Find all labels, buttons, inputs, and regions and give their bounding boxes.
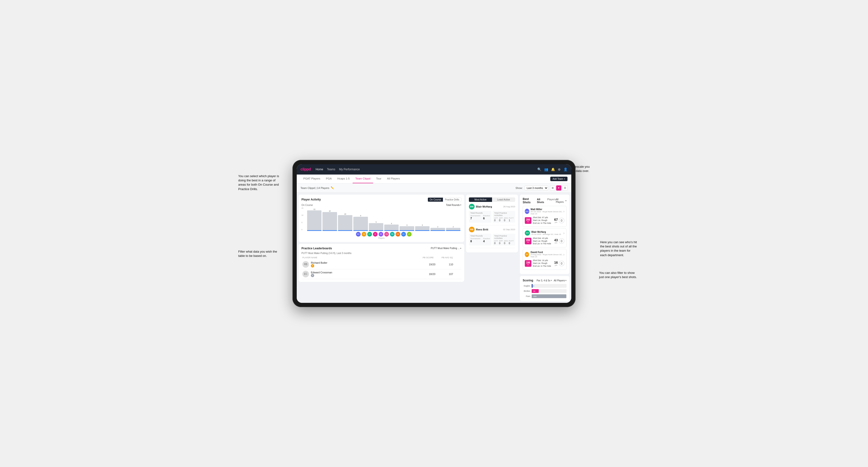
nav-link-home[interactable]: Home xyxy=(316,168,323,171)
annotation-player-filter: You can select which player isdoing the … xyxy=(238,174,279,191)
players-tab[interactable]: Players xyxy=(547,198,556,204)
annotation-best-shots: Here you can see who's hitthe best shots… xyxy=(600,240,637,257)
bar-group-1: 13 xyxy=(307,207,321,231)
user-avatar-icon[interactable]: 👤 xyxy=(563,167,567,171)
rounds-values-2: Tournament 8 Practice 4 xyxy=(470,238,490,243)
shot-metric-unit-2: yds xyxy=(555,242,557,244)
edit-team-icon[interactable]: ✏️ xyxy=(331,186,334,189)
add-team-button[interactable]: Add Team + xyxy=(550,177,567,181)
tab-team-clippd[interactable]: Team Clippd xyxy=(352,174,373,183)
practice-value-1: 6 xyxy=(483,217,490,220)
shot-metrics-3: 16 yds 0 xyxy=(554,261,564,266)
grid-view-icon[interactable]: ⊞ xyxy=(550,185,555,191)
all-shots-tab[interactable]: All Shots xyxy=(537,198,545,204)
scoring-filter-pars[interactable]: Par 3, 4 & 5s ▾ xyxy=(536,279,552,282)
bell-icon[interactable]: 🔔 xyxy=(551,167,555,171)
tab-tour[interactable]: Tour xyxy=(373,174,384,183)
list-view-icon[interactable]: ☰ xyxy=(562,185,567,191)
heart-view-icon[interactable]: ♥ xyxy=(556,185,561,191)
chart-area: On Course Total Rounds ▾ 15 10 xyxy=(302,204,461,239)
nav-link-performance[interactable]: My Performance xyxy=(339,168,360,171)
shot-card-1[interactable]: MM Matt Miller 09 Jun 2023 · Royal North… xyxy=(523,206,566,227)
shot-card-3[interactable]: DF David Ford 24 Aug 2023 · Royal North … xyxy=(523,249,566,270)
all-players-label: All Players xyxy=(556,198,565,203)
most-active-tab[interactable]: Most Active xyxy=(469,197,492,202)
timescale-select[interactable]: Last 3 months Last month Last 6 months L… xyxy=(525,186,548,190)
lb-score-2: 18/20 xyxy=(423,273,441,276)
least-active-tab[interactable]: Least Active xyxy=(492,197,515,202)
all-players-filter[interactable]: All Players ▾ xyxy=(556,198,566,203)
player-avatar-6: OB xyxy=(384,232,389,237)
view-icons: ⊞ ♥ ☰ xyxy=(550,185,567,191)
nav-links: Home Teams My Performance xyxy=(316,168,533,171)
chart-dropdown[interactable]: Total Rounds ▾ xyxy=(446,204,461,206)
scoring-bar-track-eagles: 3 xyxy=(532,284,566,288)
plus-circle-icon[interactable]: ⊕ xyxy=(558,167,561,171)
shot-metric-unit-1: yds xyxy=(555,221,557,223)
shot-date-3: 24 Aug 2023 xyxy=(530,253,541,256)
lb-avatar-1: RB xyxy=(302,261,309,268)
lb-rank-badge-1: 1 xyxy=(311,264,314,268)
lb-table-header: PLAYER NAME PB SCORE PB AVG SQ xyxy=(302,256,461,259)
shot-date-1: 09 Jun 2023 xyxy=(531,211,541,213)
active-player-info-1: BM Blair McHarg xyxy=(469,204,492,210)
bar-value-3: 10 xyxy=(344,213,346,215)
scoring-filter-pars-label: Par 3, 4 & 5s xyxy=(536,279,550,282)
scoring-bar-track-birdies: 96 xyxy=(532,289,566,293)
practice-drills-toggle[interactable]: Practice Drills xyxy=(443,198,461,201)
shot-chevron-right-1[interactable]: › xyxy=(563,210,564,213)
tab-all-players[interactable]: All Players xyxy=(384,174,403,183)
practice-stat-1: Practice 6 xyxy=(483,215,490,220)
nav-link-teams[interactable]: Teams xyxy=(327,168,335,171)
scoring-filter-players[interactable]: All Players ▾ xyxy=(554,279,566,282)
shot-card-2[interactable]: BM Blair McHarg 23 Jul 2023 · Ashridge G… xyxy=(523,228,566,248)
lb-player-info-2: Edward Crossman 2 xyxy=(311,271,332,277)
tab-pga[interactable]: PGA xyxy=(323,174,335,183)
lb-player-1: RB Richard Butler 1 xyxy=(302,261,423,268)
shot-metrics-2: 43 yds 0 xyxy=(554,238,564,244)
bar-value-2: 12 xyxy=(329,210,331,212)
most-active-header: Most Active Least Active xyxy=(469,197,515,202)
shot-chevron-right-2[interactable]: › xyxy=(563,231,564,235)
scoring-filters: Par 3, 4 & 5s ▾ All Players ▾ xyxy=(536,279,566,282)
shot-player-detail-3: 24 Aug 2023 · Royal North Devon GC, Hole… xyxy=(530,253,563,258)
player-activity-card: Player Activity On Course Practice Drill… xyxy=(299,195,464,242)
shot-metric-dist-3: 16 yds xyxy=(554,261,558,266)
lb-row-1[interactable]: RB Richard Butler 1 19/20 110 xyxy=(302,260,461,269)
users-icon[interactable]: 👥 xyxy=(544,167,548,171)
shot-details-2: 200 SG Shot Dist: 43 ydsStart Lie: Rough… xyxy=(525,237,564,246)
bar-8 xyxy=(415,226,430,231)
practice-label-2: Practice xyxy=(483,238,490,240)
team-title-text: Team Clippd | 14 Players xyxy=(301,187,329,189)
shot-metric-dist-1: 67 yds xyxy=(554,218,558,223)
bar-highlight-10 xyxy=(446,230,460,231)
team-show-area: Show: Last 3 months Last month Last 6 mo… xyxy=(516,185,567,191)
app-stat-1: APP 0 xyxy=(499,217,503,222)
stat-label-activities-1: Total Practice Activities xyxy=(494,212,514,217)
team-header: Team Clippd | 14 Players ✏️ Show: Last 3… xyxy=(297,184,571,193)
player-avatar-7: RB xyxy=(390,232,395,237)
lb-row-2[interactable]: EC Edward Crossman 2 18/20 107 xyxy=(302,269,461,279)
shot-chevron-right-3[interactable]: › xyxy=(563,253,564,256)
tablet-frame: clippd Home Teams My Performance 🔍 👥 🔔 ⊕… xyxy=(292,160,576,307)
tab-pgat-players[interactable]: PGAT Players xyxy=(301,174,323,183)
shot-avatar-1: MM xyxy=(525,209,529,214)
arg-label-2: ARG xyxy=(504,240,508,242)
search-icon[interactable]: 🔍 xyxy=(537,167,541,171)
y-label-10: 10 xyxy=(302,214,305,216)
bars-area: 13 12 xyxy=(306,207,461,237)
shot-badge-label-2: SG xyxy=(527,242,529,243)
active-player-name-1: Blair McHarg xyxy=(476,205,492,208)
shot-avatar-2: BM xyxy=(525,230,530,236)
scoring-bar-value-eagles: 3 xyxy=(533,285,534,287)
tab-hcaps[interactable]: Hcaps 1-5 xyxy=(335,174,352,183)
app-label-2: APP xyxy=(499,240,503,242)
on-course-toggle[interactable]: On Course xyxy=(428,198,443,201)
shot-avatar-3: DF xyxy=(525,252,529,257)
leaderboard-dropdown[interactable]: PUTT Must Make Putting ... ▾ xyxy=(431,247,461,250)
best-shots-title: Best Shots xyxy=(523,197,535,204)
shot-player-detail-1: 09 Jun 2023 · Royal North Devon GC, Hole… xyxy=(531,211,563,215)
putt-stat-2: PUTT 0 xyxy=(509,240,514,245)
bar-group-8: 3 xyxy=(415,207,430,231)
bar-highlight-3 xyxy=(338,230,352,231)
